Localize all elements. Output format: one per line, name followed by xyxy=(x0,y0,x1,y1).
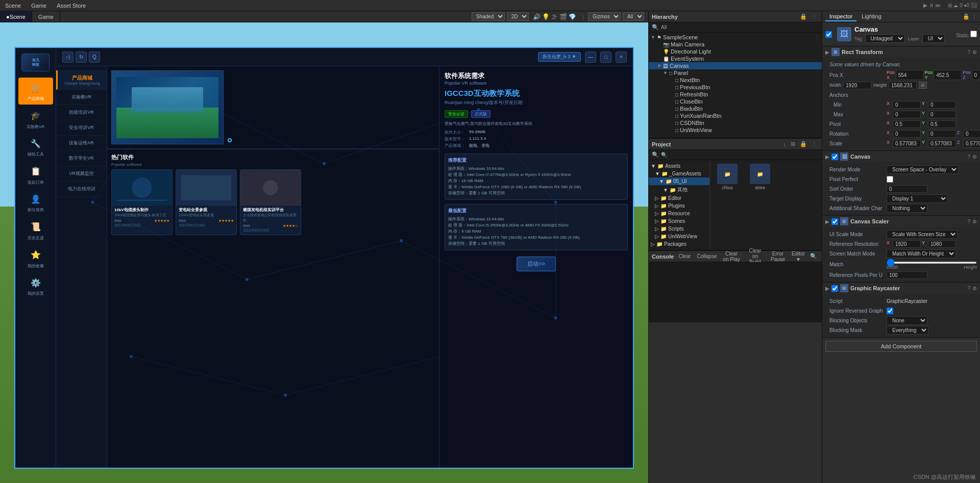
tab-scene[interactable]: ● Scene xyxy=(0,11,32,22)
project-more-btn[interactable]: ⋮ xyxy=(810,141,819,147)
close-btn[interactable]: × xyxy=(616,52,627,63)
pivot-y-input[interactable] xyxy=(928,120,956,128)
obj-layer-select[interactable]: UI xyxy=(922,34,945,43)
pixel-perfect-checkbox[interactable] xyxy=(887,176,893,183)
canvas-scaler-header[interactable]: ▶ ⊞ Canvas Scaler ? ⚙ xyxy=(822,216,980,227)
tree-scene-root[interactable]: ▼ ⚑ SampleScene ⋮ xyxy=(649,34,822,41)
screen-match-select[interactable]: Match Width Or Height xyxy=(887,249,956,258)
folder-scripts[interactable]: ▷ 📁 Scripts xyxy=(649,225,709,233)
menu-scene[interactable]: Scene xyxy=(3,3,23,9)
tree-nextbtn[interactable]: □ NextBtn xyxy=(649,77,822,84)
sidebar-item-settings[interactable]: ⚙️ 我的设置 xyxy=(18,272,53,299)
folder-resource[interactable]: ▷ 📁 Resource xyxy=(649,210,709,217)
tree-event-system[interactable]: 📋 EventSystem xyxy=(649,55,822,62)
blocking-objects-select[interactable]: None xyxy=(887,316,927,325)
target-display-select[interactable]: Display 1 xyxy=(887,194,948,203)
hot-card-2[interactable]: 燃煤发电机组实训平台 太仓联营发电公司机组培训实训系统 Web ★★★★☆ 20… xyxy=(240,169,301,235)
sidebar-item-experiment[interactable]: 🎓 实验教VR xyxy=(18,106,53,133)
scale-x-input[interactable] xyxy=(893,140,921,147)
gizmos-dropdown[interactable]: Gizmos xyxy=(588,12,621,21)
folder-editor[interactable]: ▷ 📁 Editor xyxy=(649,194,709,202)
tree-closebtn[interactable]: □ CloseBtn xyxy=(649,98,822,105)
anchor-max-x[interactable] xyxy=(893,111,921,118)
dimension-dropdown[interactable]: 2D xyxy=(507,12,529,21)
folder-scenes[interactable]: ▷ 📁 Scenes xyxy=(649,217,709,225)
tree-csdnbtn[interactable]: □ CSDNBtn xyxy=(649,119,822,126)
sidebar-item-shopping[interactable]: 🛒 产品商城 xyxy=(18,78,53,105)
minimize-btn[interactable]: — xyxy=(585,52,596,63)
scaler-info-btn[interactable]: ? xyxy=(967,219,970,224)
nav-search-btn[interactable]: Q xyxy=(89,52,100,63)
canvas-info-btn[interactable]: ? xyxy=(967,154,970,160)
scale-z-input[interactable] xyxy=(963,140,980,147)
tree-main-camera[interactable]: 📷 Main Camera xyxy=(649,41,822,48)
tree-yunxuaranbtn[interactable]: □ YunXuanRanBtn xyxy=(649,112,822,119)
rect-info-btn[interactable]: ? xyxy=(967,49,970,55)
hierarchy-more-btn[interactable]: ⋮ xyxy=(810,13,819,20)
folder-other[interactable]: ▼ 📁 其他 xyxy=(649,185,709,194)
folder-assets[interactable]: ▼ 📁 Assets xyxy=(649,162,709,170)
rot-x-input[interactable] xyxy=(893,130,921,138)
inspector-lock-btn[interactable]: 🔒 xyxy=(963,13,970,20)
file-store[interactable]: 📁 store xyxy=(745,162,775,192)
tree-panel[interactable]: ▼ □ Panel xyxy=(649,69,822,77)
folder-ui[interactable]: ▼ 📁 05_UI xyxy=(649,177,709,185)
level-badge[interactable]: 跃生仙梦_lv 3 ▼ xyxy=(538,52,581,62)
canvas-component-header[interactable]: ▶ 🖼 Canvas ? ⚙ xyxy=(822,151,980,162)
rect-transform-header[interactable]: ▶ ⊞ Rect Transform ? ⚙ xyxy=(822,46,980,58)
add-shader-select[interactable]: Nothing xyxy=(887,204,927,213)
tree-biadubtn[interactable]: □ BiaduBtn xyxy=(649,105,822,112)
sidebar-item-orders[interactable]: 📋 提起订单 xyxy=(18,161,53,188)
nav-refresh-btn[interactable]: ↻ xyxy=(76,52,87,63)
graphic-raycaster-header[interactable]: ▶ ⊞ Graphic Raycaster ? ⚙ xyxy=(822,283,980,294)
menu-asset-store[interactable]: Asset Store xyxy=(55,3,88,9)
tab-lighting[interactable]: Lighting xyxy=(857,12,886,21)
cat-item-online-train[interactable]: 电力在线培训 xyxy=(56,182,107,197)
add-component-button[interactable]: Add Component xyxy=(825,341,977,352)
raycaster-checkbox[interactable] xyxy=(831,285,838,292)
obj-tag-select[interactable]: Untagged xyxy=(865,34,905,43)
menu-game[interactable]: Game xyxy=(29,3,48,9)
shading-dropdown[interactable]: Shaded xyxy=(472,12,505,21)
folder-gameassets[interactable]: ▼ 📁 _GameAssets xyxy=(649,170,709,177)
project-lock-btn[interactable]: 🔒 xyxy=(798,141,808,147)
tree-prevbtn[interactable]: □ PreviousBtn xyxy=(649,84,822,91)
tree-canvas[interactable]: ▼ 🖼 Canvas xyxy=(649,62,822,69)
hot-card-1[interactable]: 变电站全景参观 220kV变电站全景参观 Web ★★★★★ 2021年01月2… xyxy=(176,169,237,235)
all-dropdown[interactable]: All xyxy=(623,12,644,21)
ref-res-y-input[interactable] xyxy=(928,240,956,248)
tree-dir-light[interactable]: 💡 Directional Light xyxy=(649,48,822,55)
folder-plugins[interactable]: ▷ 📁 Plugins xyxy=(649,202,709,210)
static-checkbox[interactable] xyxy=(970,31,977,37)
anchor-max-y[interactable] xyxy=(928,111,956,118)
hierarchy-search-input[interactable] xyxy=(661,24,819,30)
folder-uniwebview[interactable]: ▷ 📁 UniWebView xyxy=(649,233,709,240)
nav-prev-btn[interactable]: ◁ xyxy=(62,52,74,63)
sidebar-item-history[interactable]: 📜 历史足迹 xyxy=(18,217,53,244)
pos-y-input[interactable] xyxy=(934,70,962,80)
obj-active-checkbox[interactable] xyxy=(825,31,832,38)
inspector-more-btn[interactable]: ⋮ xyxy=(971,13,977,20)
pos-z-input[interactable] xyxy=(972,70,980,80)
raycaster-settings-btn[interactable]: ⚙ xyxy=(972,286,977,291)
project-icon-btn-2[interactable]: ⊞ xyxy=(789,141,797,147)
render-mode-select[interactable]: Screen Space - Overlay xyxy=(887,165,959,174)
tree-uniwebview[interactable]: □ UniWebView xyxy=(649,126,822,134)
sidebar-item-distribution[interactable]: 👤 新分发商 xyxy=(18,189,53,216)
ui-scale-mode-select[interactable]: Scale With Screen Size xyxy=(887,230,958,239)
cat-item-equipment[interactable]: 设备运维AR xyxy=(56,136,107,151)
cat-item-experiment[interactable]: 实验教VR xyxy=(56,90,107,105)
project-search-input[interactable] xyxy=(661,152,819,158)
scaler-checkbox[interactable] xyxy=(831,218,838,225)
canvas-comp-checkbox[interactable] xyxy=(831,154,838,160)
pos-x-input[interactable] xyxy=(896,70,924,80)
cat-item-skills[interactable]: 技能培训VR xyxy=(56,105,107,120)
cat-item-safety[interactable]: 安全培训VR xyxy=(56,120,107,136)
ref-pixels-input[interactable] xyxy=(887,271,927,279)
rect-settings-btn[interactable]: ⚙ xyxy=(972,49,977,55)
scale-y-input[interactable] xyxy=(928,140,956,147)
scene-menu-btn[interactable]: ⋮ xyxy=(815,35,820,40)
wh-constraint-btn[interactable]: ⊞ xyxy=(919,82,927,89)
sort-order-input[interactable] xyxy=(887,185,927,193)
tab-inspector[interactable]: Inspector xyxy=(825,12,856,21)
